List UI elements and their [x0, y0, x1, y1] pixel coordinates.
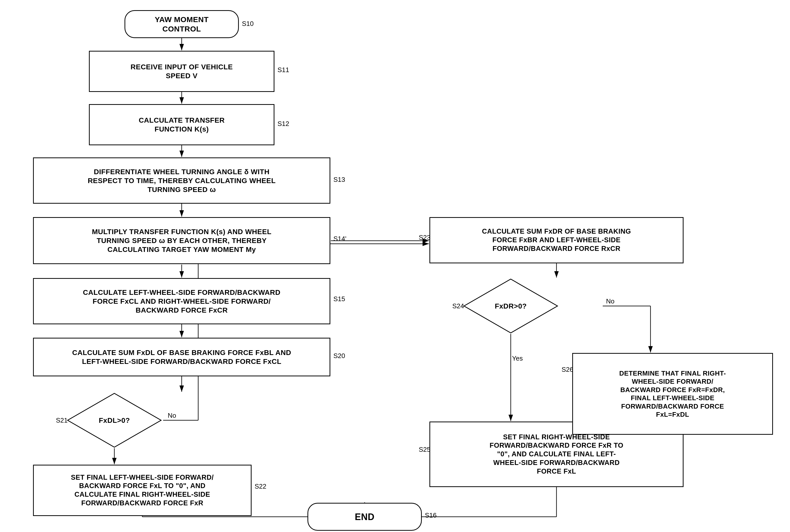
s13-node: DIFFERENTIATE WHEEL TURNING ANGLE δ WITH…: [33, 157, 330, 204]
s21-text: FxDL>0?: [99, 416, 130, 425]
start-label: YAW MOMENT CONTROL: [155, 15, 208, 34]
s12-label: S12: [277, 120, 289, 128]
svg-text:No: No: [168, 412, 176, 419]
s22-node: SET FINAL LEFT-WHEEL-SIDE FORWARD/ BACKW…: [33, 465, 252, 516]
s14-text: MULTIPLY TRANSFER FUNCTION K(s) AND WHEE…: [92, 227, 272, 254]
s25-label: S25: [419, 446, 430, 454]
start-node: YAW MOMENT CONTROL: [125, 10, 239, 38]
end-label: END: [355, 511, 374, 522]
s24-text: FxDR>0?: [495, 302, 527, 310]
s24-label: S24: [452, 302, 464, 310]
s20-node: CALCULATE SUM FxDL OF BASE BRAKING FORCE…: [33, 338, 330, 376]
s15-label: S15: [333, 295, 345, 303]
s12-text: CALCULATE TRANSFER FUNCTION K(s): [139, 116, 225, 134]
s15-node: CALCULATE LEFT-WHEEL-SIDE FORWARD/BACKWA…: [33, 278, 330, 324]
svg-text:Yes: Yes: [512, 355, 523, 362]
s25-text: SET FINAL RIGHT-WHEEL-SIDE FORWARD/BACKW…: [490, 433, 624, 476]
s16-label: S16: [425, 511, 437, 519]
s13-label: S13: [333, 176, 345, 184]
s23-label: S23: [419, 234, 430, 242]
s15-text: CALCULATE LEFT-WHEEL-SIDE FORWARD/BACKWA…: [83, 288, 280, 315]
s22-text: SET FINAL LEFT-WHEEL-SIDE FORWARD/ BACKW…: [71, 473, 214, 508]
s20-text: CALCULATE SUM FxDL OF BASE BRAKING FORCE…: [72, 348, 291, 366]
s10-label: S10: [242, 20, 254, 28]
s11-node: RECEIVE INPUT OF VEHICLE SPEED V: [89, 51, 274, 92]
s21-label: S21: [56, 416, 68, 424]
s26-label: S26: [562, 366, 573, 374]
s11-label: S11: [277, 66, 289, 74]
svg-text:No: No: [606, 297, 614, 305]
s11-text: RECEIVE INPUT OF VEHICLE SPEED V: [131, 62, 233, 80]
s22-label: S22: [255, 482, 266, 490]
end-node: END: [308, 503, 422, 531]
s14-node: MULTIPLY TRANSFER FUNCTION K(s) AND WHEE…: [33, 217, 330, 264]
s14-label: S14': [333, 235, 346, 243]
flowchart: ✱ No Yes No Yes YAW MOMENT CONTROL S10 R…: [0, 0, 790, 532]
s23-text: CALCULATE SUM FxDR OF BASE BRAKING FORCE…: [482, 227, 631, 253]
s21-node: FxDL>0?: [67, 392, 162, 448]
s26-text: DETERMINE THAT FINAL RIGHT- WHEEL-SIDE F…: [619, 369, 726, 419]
s12-node: CALCULATE TRANSFER FUNCTION K(s): [89, 104, 274, 145]
s13-text: DIFFERENTIATE WHEEL TURNING ANGLE δ WITH…: [88, 167, 276, 194]
s24-node: FxDR>0?: [463, 278, 558, 334]
s23-node: CALCULATE SUM FxDR OF BASE BRAKING FORCE…: [429, 217, 683, 263]
s20-label: S20: [333, 352, 345, 360]
s26-node: DETERMINE THAT FINAL RIGHT- WHEEL-SIDE F…: [572, 353, 773, 435]
